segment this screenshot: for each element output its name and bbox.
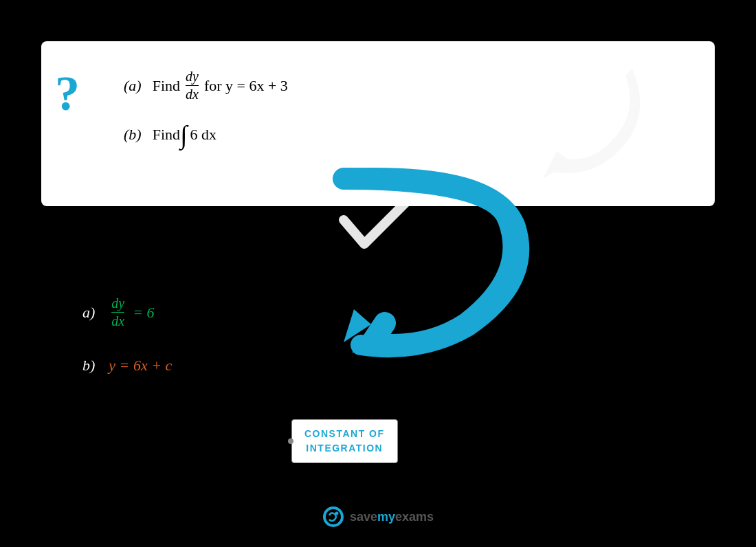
part-b-suffix: 6 dx	[190, 126, 216, 144]
fraction-denominator: dx	[186, 86, 199, 102]
answer-b-label: b)	[82, 357, 95, 375]
footer: savemyexams	[322, 506, 434, 528]
answer-part-b: b) y = 6x + c	[82, 357, 172, 375]
part-a-find: Find	[153, 77, 180, 95]
question-mark-icon: ?	[55, 69, 80, 118]
answer-fraction-den: dx	[111, 313, 124, 329]
fraction-numerator: dy	[186, 69, 199, 86]
part-b-label: (b)	[124, 126, 142, 144]
answer-fraction: dy dx	[111, 295, 124, 329]
constant-line2: INTEGRATION	[304, 441, 385, 456]
footer-save: save	[350, 510, 377, 524]
part-a-fraction: dy dx	[186, 69, 199, 102]
constant-line1: CONSTANT OF	[304, 427, 385, 441]
footer-text: savemyexams	[350, 510, 434, 524]
footer-my: my	[377, 510, 395, 524]
blue-curved-arrow	[206, 165, 550, 371]
svg-point-4	[326, 509, 341, 524]
constant-of-integration-label: CONSTANT OF INTEGRATION	[291, 419, 398, 463]
answer-a-label: a)	[82, 304, 95, 322]
part-b-find: Find	[153, 126, 180, 144]
constant-dot	[288, 438, 293, 444]
answer-b-math: y = 6x + c	[109, 357, 172, 375]
answer-fraction-num: dy	[111, 295, 124, 313]
answer-a-result: = 6	[133, 304, 154, 322]
footer-exams: exams	[395, 510, 434, 524]
part-a-suffix: for y = 6x + 3	[204, 77, 288, 95]
svg-point-5	[335, 512, 338, 515]
part-a-label: (a)	[124, 77, 142, 95]
integral-symbol: ∫	[180, 122, 187, 148]
answer-part-a: a) dy dx = 6	[82, 295, 172, 329]
answer-section: a) dy dx = 6 b) y = 6x + c	[82, 295, 172, 402]
answer-a-math: dy dx = 6	[109, 295, 154, 329]
savemyexams-logo	[322, 506, 344, 528]
